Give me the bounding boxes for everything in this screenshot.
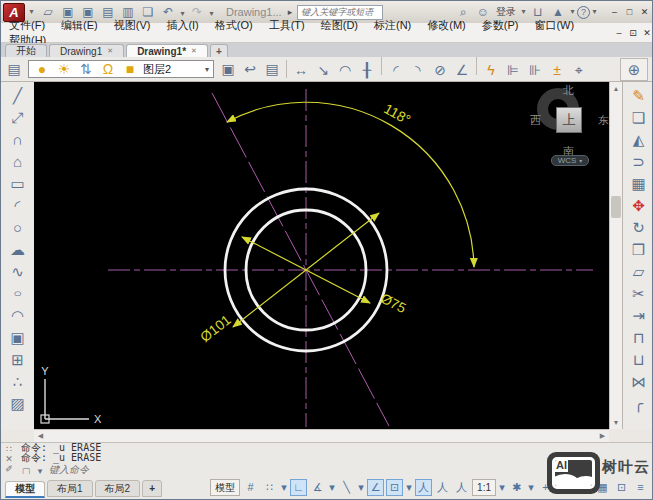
close-button[interactable]: ✕: [637, 5, 652, 20]
vertical-scrollbar[interactable]: ▲ ▼: [609, 82, 622, 429]
polygon-icon[interactable]: ⌂: [5, 150, 31, 172]
baseline-dimension-icon[interactable]: ⊫: [502, 60, 524, 81]
vertical-scrollbar-thumb[interactable]: [611, 196, 621, 218]
doc-restore-button[interactable]: ⊡: [626, 28, 640, 38]
scroll-up-icon[interactable]: ▲: [610, 82, 622, 95]
menu-dimension[interactable]: 标注(N): [366, 18, 419, 33]
layout2-tab[interactable]: 布局2: [95, 480, 141, 497]
join-icon[interactable]: ⋈: [626, 370, 652, 392]
angular-dimension-icon[interactable]: ∠: [451, 60, 473, 81]
point-icon[interactable]: ∴: [5, 370, 31, 392]
menu-draw[interactable]: 绘图(D): [313, 18, 366, 33]
polyline-icon[interactable]: ∩: [5, 128, 31, 150]
command-close-icon[interactable]: ✕: [2, 454, 16, 464]
doc-minimize-button[interactable]: –: [612, 28, 626, 38]
isodraft-icon[interactable]: ╲: [338, 479, 355, 496]
isodraft-dropdown-icon[interactable]: ▾: [357, 479, 365, 496]
dimension-update-icon[interactable]: ⌖: [568, 60, 590, 81]
arc-icon[interactable]: ◜: [5, 194, 31, 216]
horizontal-scrollbar[interactable]: ◀ ▶: [34, 429, 609, 442]
layout1-tab[interactable]: 布局1: [47, 480, 93, 497]
continue-dimension-icon[interactable]: ⊪: [524, 60, 546, 81]
menu-parametric[interactable]: 参数(P): [474, 18, 527, 33]
annotation-scale-value[interactable]: 1:1: [472, 479, 496, 496]
quick-dimension-icon[interactable]: ϟ: [480, 60, 502, 81]
viewcube-top-face[interactable]: 上: [556, 107, 582, 133]
workspace-icon[interactable]: ✱: [508, 479, 525, 496]
angular-dimension-arc[interactable]: [227, 102, 474, 267]
arc-length-dimension-icon[interactable]: ◠: [334, 60, 356, 81]
make-block-icon[interactable]: ⊞: [5, 348, 31, 370]
wcs-dropdown[interactable]: WCS ▾: [551, 155, 589, 166]
layer-color-swatch[interactable]: ■: [119, 59, 141, 80]
menu-insert[interactable]: 插入(I): [158, 18, 206, 33]
layer-properties-manager-icon[interactable]: ▤: [3, 59, 25, 80]
polar-tracking-icon[interactable]: ∡: [309, 479, 326, 496]
menu-file[interactable]: 文件(F): [1, 18, 53, 33]
angle-dimension-label[interactable]: 118°: [381, 100, 413, 128]
hatch-icon[interactable]: ▨: [5, 392, 31, 414]
layer-on-icon[interactable]: ●: [31, 59, 53, 80]
menu-view[interactable]: 视图(V): [106, 18, 159, 33]
scroll-down-icon[interactable]: ▼: [610, 416, 622, 429]
viewcube-west-label[interactable]: 西: [530, 113, 541, 128]
jogged-dimension-icon[interactable]: ◝: [407, 60, 429, 81]
move-icon[interactable]: ✥: [626, 194, 652, 216]
aligned-dimension-icon[interactable]: ↘: [312, 60, 334, 81]
construction-line-icon[interactable]: ⤢: [5, 106, 31, 128]
break-icon[interactable]: ⊔: [626, 348, 652, 370]
tab-start[interactable]: 开始: [5, 44, 47, 57]
ellipse-arc-icon[interactable]: ◠: [5, 304, 31, 326]
tab-drawing1-modified[interactable]: Drawing1*✕: [126, 44, 208, 57]
object-snap-tracking-icon[interactable]: ∠: [367, 479, 384, 496]
circle-icon[interactable]: ○: [5, 216, 31, 238]
layer-dropdown[interactable]: ●☀⇅Ω■ 图层2 ▾: [28, 60, 214, 78]
spline-icon[interactable]: ∿: [5, 260, 31, 282]
layer-states-icon[interactable]: ▤: [261, 59, 283, 80]
workspace-dropdown-icon[interactable]: ▾: [527, 479, 535, 496]
scroll-right-icon[interactable]: ▶: [596, 430, 609, 442]
title-expander-icon[interactable]: ▸: [288, 7, 293, 17]
diameter-dimension-icon[interactable]: ⊘: [429, 60, 451, 81]
erase-icon[interactable]: ✎: [626, 84, 652, 106]
array-icon[interactable]: ▦: [626, 172, 652, 194]
menu-edit[interactable]: 编辑(E): [53, 18, 106, 33]
command-customize-icon[interactable]: ✐: [2, 464, 16, 474]
ordinate-dimension-icon[interactable]: ╂: [356, 60, 378, 81]
menu-format[interactable]: 格式(O): [207, 18, 261, 33]
linear-dimension-icon[interactable]: ↔: [290, 60, 312, 81]
snap-dropdown-icon[interactable]: ▾: [280, 479, 288, 496]
stretch-icon[interactable]: ▱: [626, 260, 652, 282]
outer-diameter-label[interactable]: Ø101: [197, 311, 234, 345]
layer-previous-icon[interactable]: ↩: [239, 59, 261, 80]
annotation-visibility-icon[interactable]: 人: [415, 479, 432, 496]
annotation-scale-icon[interactable]: 人: [453, 479, 470, 496]
rotate-icon[interactable]: ↻: [626, 216, 652, 238]
customization-icon[interactable]: ≡: [632, 479, 649, 496]
scroll-left-icon[interactable]: ◀: [34, 430, 47, 442]
maximize-button[interactable]: □: [622, 5, 637, 20]
ellipse-icon[interactable]: ○: [5, 285, 31, 300]
model-tab[interactable]: 模型: [5, 481, 45, 498]
scale-icon[interactable]: ❒: [626, 238, 652, 260]
layer-unlock-icon[interactable]: Ω: [97, 59, 119, 80]
tab-drawing1-modified-close-icon[interactable]: ✕: [191, 47, 197, 55]
snap-mode-icon[interactable]: ∷: [261, 479, 278, 496]
line-tool-icon[interactable]: ╱: [5, 84, 31, 106]
copy-icon[interactable]: ❏: [626, 106, 652, 128]
annotation-autoscale-icon[interactable]: 人: [434, 479, 451, 496]
fillet-icon[interactable]: ╭: [626, 392, 652, 414]
polar-dropdown-icon[interactable]: ▾: [328, 479, 336, 496]
layer-viewport-freeze-icon[interactable]: ⇅: [75, 59, 97, 80]
layer-freeze-icon[interactable]: ☀: [53, 59, 75, 80]
menu-window[interactable]: 窗口(W): [526, 18, 582, 33]
insert-block-icon[interactable]: ▣: [5, 326, 31, 348]
viewcube-east-label[interactable]: 东: [598, 113, 609, 128]
angled-centerline-118[interactable]: [212, 93, 389, 426]
offset-icon[interactable]: ⊃: [626, 150, 652, 172]
break-at-point-icon[interactable]: ⊓: [626, 326, 652, 348]
ortho-mode-icon[interactable]: ∟: [290, 479, 307, 496]
layer-dropdown-arrow-icon[interactable]: ▾: [205, 65, 211, 74]
drawing-canvas[interactable]: 118° Ø101 Ø75 Y X 北 南 西 东 上 WCS: [34, 82, 609, 429]
scale-dropdown-icon[interactable]: ▾: [498, 479, 506, 496]
